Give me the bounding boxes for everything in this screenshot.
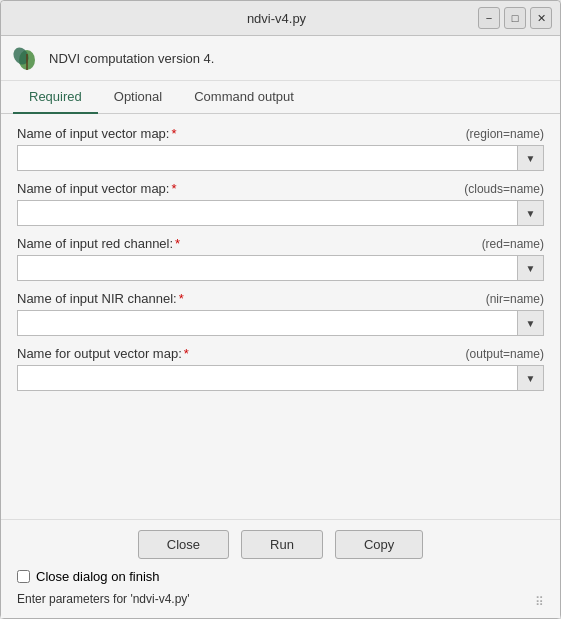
field-nir: Name of input NIR channel: * (nir=name) … [17,291,544,336]
field-red: Name of input red channel: * (red=name) … [17,236,544,281]
field-nir-hint: (nir=name) [486,292,544,306]
field-nir-input[interactable] [17,310,518,336]
field-red-required-star: * [175,236,180,251]
field-clouds-label-text: Name of input vector map: [17,181,169,196]
copy-button[interactable]: Copy [335,530,423,559]
field-red-hint: (red=name) [482,237,544,251]
minimize-button[interactable]: − [478,7,500,29]
field-red-dropdown-btn[interactable]: ▼ [518,255,544,281]
field-clouds-required-star: * [171,181,176,196]
close-check-row: Close dialog on finish [17,569,544,584]
field-red-label-row: Name of input red channel: * (red=name) [17,236,544,251]
resize-handle-icon: ⠿ [535,596,544,608]
field-output-label-row: Name for output vector map: * (output=na… [17,346,544,361]
close-dialog-button[interactable]: Close [138,530,229,559]
main-window: ndvi-v4.py − □ ✕ NDVI computation versio… [0,0,561,619]
field-output-required-star: * [184,346,189,361]
status-text: Enter parameters for 'ndvi-v4.py' [17,590,190,608]
field-nir-required-star: * [179,291,184,306]
maximize-button[interactable]: □ [504,7,526,29]
tab-bar: Required Optional Command output [1,81,560,114]
field-output-input[interactable] [17,365,518,391]
field-red-input-row: ▼ [17,255,544,281]
field-red-label-text: Name of input red channel: [17,236,173,251]
field-clouds-dropdown-btn[interactable]: ▼ [518,200,544,226]
field-nir-label-row: Name of input NIR channel: * (nir=name) [17,291,544,306]
tab-command-output[interactable]: Command output [178,81,310,114]
close-dialog-label: Close dialog on finish [36,569,160,584]
content-area: Name of input vector map: * (region=name… [1,114,560,519]
field-nir-dropdown-btn[interactable]: ▼ [518,310,544,336]
field-output-input-row: ▼ [17,365,544,391]
field-region: Name of input vector map: * (region=name… [17,126,544,171]
window-controls: − □ ✕ [478,7,552,29]
field-output-label-text: Name for output vector map: [17,346,182,361]
field-region-label-row: Name of input vector map: * (region=name… [17,126,544,141]
field-output: Name for output vector map: * (output=na… [17,346,544,391]
field-output-dropdown-btn[interactable]: ▼ [518,365,544,391]
field-output-hint: (output=name) [466,347,544,361]
field-clouds: Name of input vector map: * (clouds=name… [17,181,544,226]
field-region-dropdown-btn[interactable]: ▼ [518,145,544,171]
window-title: ndvi-v4.py [75,11,478,26]
field-clouds-hint: (clouds=name) [464,182,544,196]
action-buttons: Close Run Copy [17,530,544,559]
close-button[interactable]: ✕ [530,7,552,29]
field-region-hint: (region=name) [466,127,544,141]
footer: Close Run Copy Close dialog on finish En… [1,519,560,618]
tab-optional[interactable]: Optional [98,81,178,114]
field-clouds-input-row: ▼ [17,200,544,226]
field-red-input[interactable] [17,255,518,281]
field-region-input[interactable] [17,145,518,171]
run-button[interactable]: Run [241,530,323,559]
field-clouds-input[interactable] [17,200,518,226]
app-header: NDVI computation version 4. [1,36,560,81]
tab-required[interactable]: Required [13,81,98,114]
field-nir-input-row: ▼ [17,310,544,336]
app-logo-icon [13,44,41,72]
field-region-input-row: ▼ [17,145,544,171]
field-region-required-star: * [171,126,176,141]
app-title: NDVI computation version 4. [49,51,214,66]
field-nir-label-text: Name of input NIR channel: [17,291,177,306]
field-region-label-text: Name of input vector map: [17,126,169,141]
title-bar: ndvi-v4.py − □ ✕ [1,1,560,36]
field-clouds-label-row: Name of input vector map: * (clouds=name… [17,181,544,196]
close-dialog-checkbox[interactable] [17,570,30,583]
